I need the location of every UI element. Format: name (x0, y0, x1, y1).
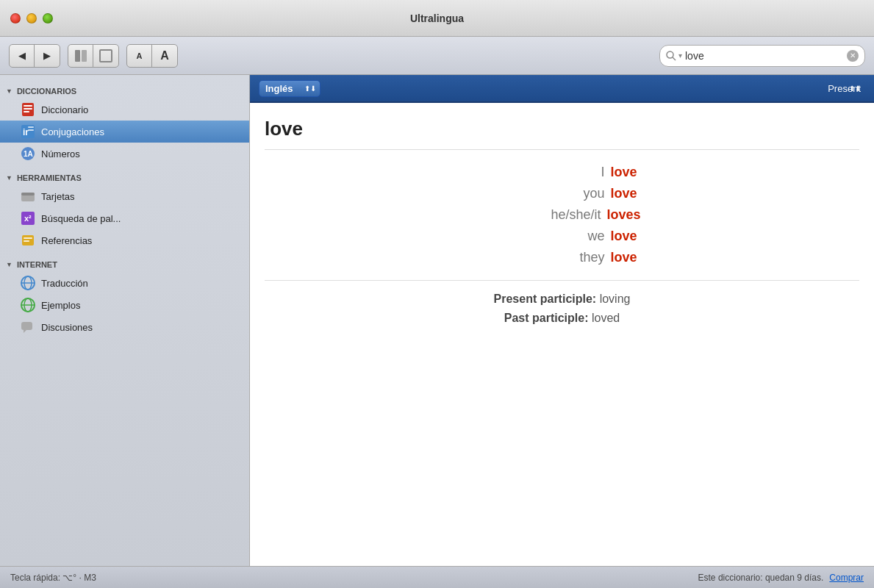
tense-label: Present (828, 83, 861, 94)
conjugation-row-i: I love (265, 165, 859, 180)
svg-rect-16 (21, 193, 35, 196)
shortcut-label: Tecla rápida: ⌥° · M3 (10, 573, 96, 583)
conjugation-row-hesheit: he/she/it loves (265, 207, 859, 223)
numeros-icon: 1A (21, 146, 35, 161)
form-hesheit: loves (606, 207, 640, 223)
svg-rect-21 (24, 240, 29, 242)
search-clear-button[interactable]: ✕ (847, 50, 859, 62)
sidebar-item-conjugaciones[interactable]: ir Conjugaciones (0, 121, 249, 143)
close-button[interactable] (10, 13, 21, 24)
conjugation-table: I love you love he/she/it loves we love … (265, 165, 859, 265)
svg-rect-6 (24, 105, 32, 107)
present-participle-line: Present participle: loving (265, 293, 859, 306)
svg-point-3 (667, 51, 673, 58)
sidebar-section-herramientas[interactable]: ▼ HERRAMIENTAS (0, 169, 249, 185)
maximize-button[interactable] (43, 13, 53, 24)
pronoun-they: they (487, 250, 604, 265)
present-participle-label: Present participle: (494, 293, 597, 305)
sidebar-section-internet[interactable]: ▼ INTERNET (0, 256, 249, 272)
past-participle-label: Past participle: (504, 312, 589, 324)
svg-rect-8 (24, 111, 29, 112)
forward-button[interactable]: ▶ (35, 45, 60, 67)
svg-rect-2 (100, 50, 112, 62)
form-we: love (610, 229, 637, 244)
svg-rect-20 (24, 237, 32, 239)
sidebar-item-diccionario[interactable]: Diccionario (0, 98, 249, 121)
triangle-herramientas: ▼ (6, 174, 12, 182)
pronoun-i: I (487, 165, 604, 180)
form-i: love (610, 165, 637, 180)
verb-title: love (265, 118, 859, 150)
triangle-diccionarios: ▼ (6, 87, 12, 95)
form-they: love (610, 250, 637, 265)
sidebar-item-tarjetas[interactable]: Tarjetas (0, 185, 249, 207)
svg-marker-29 (24, 330, 26, 333)
panel-view-icon (74, 49, 87, 62)
traduccion-icon (21, 276, 35, 290)
view-single-button[interactable] (93, 45, 118, 67)
svg-text:1A: 1A (24, 150, 33, 158)
toolbar: ◀ ▶ A A (0, 37, 874, 75)
svg-text:ir: ir (23, 127, 29, 137)
back-button[interactable]: ◀ (10, 45, 35, 67)
sidebar-item-busqueda[interactable]: x² Búsqueda de pal... (0, 207, 249, 229)
search-container[interactable]: ▾ ✕ (659, 45, 865, 67)
diccionario-icon (21, 102, 35, 117)
ejemplos-icon (21, 298, 35, 312)
pronoun-you: you (487, 186, 604, 201)
sidebar: ▼ DICCIONARIOS Diccionario ir Conjugacio… (0, 75, 250, 566)
discusiones-icon (21, 320, 35, 334)
sidebar-item-ejemplos[interactable]: Ejemplos (0, 294, 249, 316)
svg-rect-28 (21, 322, 32, 330)
window-title: Ultralingua (410, 12, 464, 24)
sidebar-item-discusiones[interactable]: Discusiones (0, 316, 249, 338)
search-wrapper: ▾ ✕ (659, 45, 865, 67)
triangle-internet: ▼ (6, 261, 12, 268)
buy-link[interactable]: Comprar (829, 573, 864, 583)
svg-rect-0 (75, 50, 80, 62)
sidebar-item-numeros[interactable]: 1A Números (0, 143, 249, 165)
font-large-button[interactable]: A (152, 45, 177, 67)
language-selector-wrapper[interactable]: Inglés Español Français ⬆⬇ (259, 80, 320, 97)
status-bar: Tecla rápida: ⌥° · M3 Este diccionario: … (0, 566, 874, 588)
conjugation-row-you: you love (265, 186, 859, 201)
sidebar-item-traduccion[interactable]: Traducción (0, 272, 249, 294)
window-controls[interactable] (10, 13, 53, 24)
form-you: love (610, 186, 637, 201)
search-icon-area[interactable]: ▾ (666, 51, 682, 61)
svg-rect-7 (24, 108, 32, 110)
pronoun-we: we (487, 229, 604, 244)
conjugaciones-icon: ir (21, 124, 35, 139)
verb-content: love I love you love he/she/it loves we … (250, 103, 874, 566)
main-area: ▼ DICCIONARIOS Diccionario ir Conjugacio… (0, 75, 874, 566)
content-header: Inglés Español Français ⬆⬇ Present ⬆⬇ (250, 75, 874, 103)
view-panel-button[interactable] (68, 45, 93, 67)
svg-rect-11 (28, 126, 34, 128)
font-button-group: A A (126, 44, 178, 68)
view-button-group (68, 44, 119, 68)
past-participle-value: loved (592, 312, 620, 324)
svg-text:x²: x² (24, 214, 32, 223)
tarjetas-icon (21, 189, 35, 204)
past-participle-line: Past participle: loved (265, 312, 859, 325)
conjugation-row-we: we love (265, 229, 859, 244)
busqueda-icon: x² (21, 211, 35, 226)
pronoun-hesheit: he/she/it (483, 207, 601, 223)
status-right: Este diccionario: quedan 9 días. Comprar (698, 573, 864, 583)
search-icon (666, 51, 676, 61)
single-view-icon (99, 49, 112, 62)
search-input[interactable] (685, 50, 847, 62)
language-selector[interactable]: Inglés Español Français (259, 80, 320, 97)
minimize-button[interactable] (26, 13, 37, 24)
nav-button-group: ◀ ▶ (9, 44, 60, 68)
font-small-button[interactable]: A (127, 45, 152, 67)
tense-selector-wrapper[interactable]: Present ⬆⬇ (828, 83, 865, 94)
svg-rect-1 (82, 50, 87, 62)
svg-line-4 (673, 57, 676, 60)
content-area: Inglés Español Français ⬆⬇ Present ⬆⬇ lo… (250, 75, 874, 566)
referencias-icon (21, 233, 35, 248)
svg-rect-12 (28, 129, 34, 131)
sidebar-section-diccionarios[interactable]: ▼ DICCIONARIOS (0, 82, 249, 98)
sidebar-item-referencias[interactable]: Referencias (0, 229, 249, 251)
search-dropdown-arrow: ▾ (678, 51, 682, 60)
